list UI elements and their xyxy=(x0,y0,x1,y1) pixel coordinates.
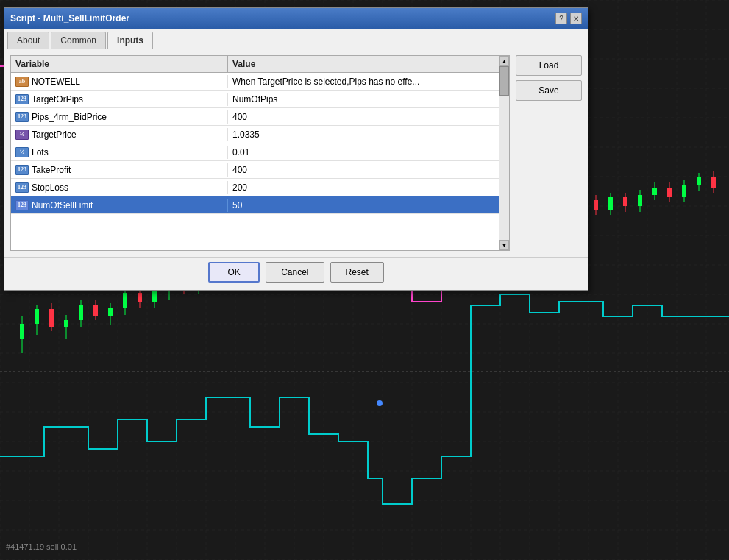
variable-cell: ab NOTEWELL xyxy=(11,75,228,88)
save-button[interactable]: Save xyxy=(516,80,582,101)
tab-about[interactable]: About xyxy=(7,32,49,49)
variable-cell: 123 TargetOrPips xyxy=(11,93,228,106)
table-header: Variable Value xyxy=(11,56,499,73)
variable-cell: 123 NumOfSellLimit xyxy=(11,199,228,212)
scroll-up-button[interactable]: ▲ xyxy=(499,56,509,66)
close-button[interactable]: ✕ xyxy=(570,13,582,24)
variable-cell: 123 Pips_4rm_BidPrice xyxy=(11,110,228,124)
table-scrollbar[interactable]: ▲ ▼ xyxy=(499,56,509,250)
title-controls: ? ✕ xyxy=(555,13,582,24)
table-row[interactable]: 123 TargetOrPips NumOfPips xyxy=(11,91,499,108)
table-row[interactable]: ½ TargetPrice 1.0335 xyxy=(11,126,499,143)
value-cell: When TargetPrice is selected,Pips has no… xyxy=(228,75,499,88)
value-cell: 0.01 xyxy=(228,146,499,159)
type-icon-123: 123 xyxy=(15,94,29,104)
value-cell: 400 xyxy=(228,110,499,124)
reset-button[interactable]: Reset xyxy=(330,262,384,283)
type-icon-ab: ab xyxy=(15,77,29,87)
type-icon-123: 123 xyxy=(15,112,29,122)
variables-table: Variable Value ab NOTEWELL When TargetPr… xyxy=(11,56,499,250)
help-button[interactable]: ? xyxy=(555,13,567,24)
ok-button[interactable]: OK xyxy=(208,262,260,283)
dialog-content: Variable Value ab NOTEWELL When TargetPr… xyxy=(4,49,588,257)
tab-common[interactable]: Common xyxy=(51,32,106,49)
variable-cell: 123 StopLoss xyxy=(11,181,228,194)
script-dialog: Script - Multi_SellLimitOrder ? ✕ About … xyxy=(4,7,588,291)
table-row[interactable]: 123 StopLoss 200 xyxy=(11,179,499,196)
col-variable-header: Variable xyxy=(11,56,228,72)
load-button[interactable]: Load xyxy=(516,55,582,76)
dialog-footer: OK Cancel Reset xyxy=(4,257,588,290)
table-row[interactable]: ½ Lots 0.01 xyxy=(11,143,499,161)
table-row[interactable]: ab NOTEWELL When TargetPrice is selected… xyxy=(11,73,499,91)
cancel-button[interactable]: Cancel xyxy=(266,262,324,283)
tab-inputs[interactable]: Inputs xyxy=(107,32,153,49)
scroll-thumb[interactable] xyxy=(499,66,509,96)
side-buttons: Load Save xyxy=(516,55,582,251)
chart-watermark: #41471.19 sell 0.01 xyxy=(6,542,77,551)
tab-bar: About Common Inputs xyxy=(4,29,588,49)
type-icon-123d: 123 xyxy=(15,200,29,210)
type-icon-123c: 123 xyxy=(15,182,29,193)
scroll-track[interactable] xyxy=(499,66,509,240)
scroll-down-button[interactable]: ▼ xyxy=(499,240,509,250)
value-cell: 50 xyxy=(228,199,499,212)
variable-cell: ½ Lots xyxy=(11,146,228,159)
value-cell: 200 xyxy=(228,181,499,194)
type-icon-123b: 123 xyxy=(15,165,29,175)
table-row[interactable]: 123 Pips_4rm_BidPrice 400 xyxy=(11,108,499,126)
variable-cell: ½ TargetPrice xyxy=(11,128,228,141)
value-cell: 400 xyxy=(228,163,499,177)
type-icon-half2: ½ xyxy=(15,147,29,157)
table-container: Variable Value ab NOTEWELL When TargetPr… xyxy=(10,55,510,251)
variable-cell: 123 TakeProfit xyxy=(11,163,228,177)
value-cell: NumOfPips xyxy=(228,93,499,106)
col-value-header: Value xyxy=(228,56,499,72)
table-row[interactable]: 123 TakeProfit 400 xyxy=(11,161,499,179)
table-body: ab NOTEWELL When TargetPrice is selected… xyxy=(11,73,499,250)
table-row-selected[interactable]: 123 NumOfSellLimit 50 xyxy=(11,196,499,214)
type-icon-half: ½ xyxy=(15,130,29,140)
title-bar: Script - Multi_SellLimitOrder ? ✕ xyxy=(4,8,588,29)
dialog-title: Script - Multi_SellLimitOrder xyxy=(10,13,129,24)
value-cell: 1.0335 xyxy=(228,128,499,141)
